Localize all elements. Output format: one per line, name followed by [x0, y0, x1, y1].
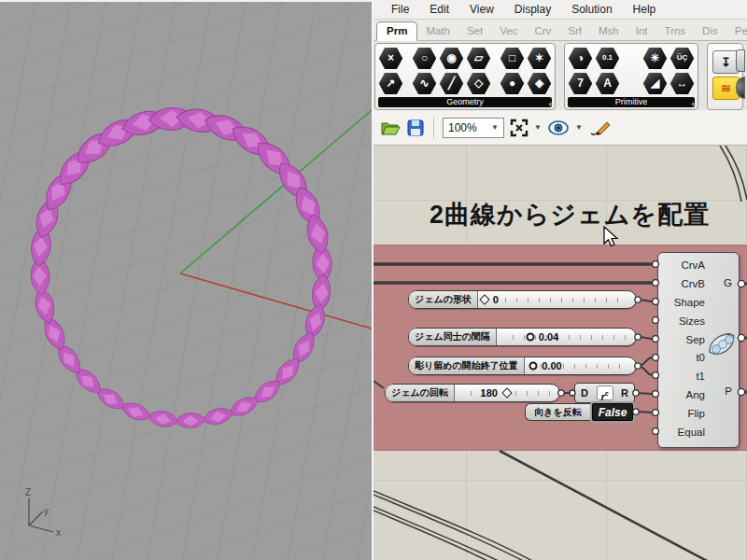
slider-start-end-position[interactable]: 彫り留めの開始終了位置 0.00 — [408, 357, 637, 375]
menu-display[interactable]: Display — [504, 1, 561, 18]
clipped-button-top[interactable] — [736, 49, 745, 72]
slider-gem-spacing-value: 0.04 — [539, 331, 558, 343]
slider-gem-spacing-track[interactable]: 0.04 — [497, 329, 636, 345]
slider-gem-shape-track[interactable]: 0 — [478, 291, 636, 308]
slider-gem-spacing[interactable]: ジェム同士の間隔 0.04 — [408, 328, 637, 346]
geometry-expand-icon[interactable]: + — [548, 100, 553, 109]
divide-line-icon[interactable]: ↔ — [669, 72, 695, 95]
gizmo-y-label: y — [44, 506, 49, 516]
axis-gizmo: Z y x — [25, 487, 61, 538]
slider-ticks — [502, 335, 628, 340]
tab-strip: Prm Math Set Vec Crv Srf Msh Int Trns Di… — [374, 20, 747, 41]
zoom-level-combo[interactable]: 100% ▼ — [443, 118, 504, 138]
screen: Z y x File Edit View Display Solution He… — [0, 0, 747, 560]
curve-icon[interactable]: ∿ — [412, 72, 437, 95]
patch-icon[interactable]: ◈ — [527, 72, 552, 95]
gem — [201, 405, 234, 427]
rhino-viewport[interactable]: Z y x — [0, 0, 372, 560]
primitive-expand-icon[interactable]: + — [691, 100, 696, 109]
input-crva[interactable]: CrvA — [658, 256, 739, 274]
radians-component[interactable]: D rc R — [574, 383, 635, 403]
gem-placement-component[interactable]: CrvA CrvB Shape Sizes Sep t0 t1 Ang Flip… — [657, 252, 740, 448]
menu-view[interactable]: View — [459, 1, 504, 18]
toolbar-separator — [433, 117, 434, 139]
burst-icon[interactable]: ☀ — [642, 47, 668, 70]
wire-bottom-left-b — [374, 507, 506, 560]
tab-peacock[interactable]: Peacock — [726, 22, 747, 40]
text-bubble-icon[interactable]: ÜÇ — [669, 47, 695, 70]
input-flip[interactable]: Flip — [658, 404, 739, 423]
wire-diagonal — [500, 451, 709, 560]
input-shape[interactable]: Shape — [658, 293, 739, 312]
menu-help[interactable]: Help — [623, 1, 667, 18]
input-t1[interactable]: t1 — [658, 367, 739, 385]
slider-gem-rotation-label: ジェムの回転 — [386, 385, 455, 401]
slider-gem-spacing-knob[interactable] — [526, 333, 534, 342]
tab-intersect[interactable]: Int — [627, 22, 656, 40]
open-file-icon[interactable] — [380, 119, 401, 137]
cancel-icon[interactable]: × — [378, 47, 403, 70]
facet-diamond-icon[interactable]: ◇ — [466, 72, 491, 95]
decimal-number-icon[interactable]: 0.1 — [595, 47, 620, 70]
box-icon[interactable]: □ — [500, 47, 525, 70]
tab-sets[interactable]: Set — [458, 22, 491, 40]
tab-curve[interactable]: Crv — [526, 22, 559, 40]
gizmo-x-label: x — [56, 527, 61, 538]
slider-gem-spacing-label: ジェム同士の間隔 — [409, 329, 497, 345]
tab-surface[interactable]: Srf — [559, 22, 590, 40]
menu-file[interactable]: File — [381, 1, 419, 18]
line-icon[interactable]: ╱ — [439, 72, 464, 95]
ellipse-icon[interactable]: ○ — [412, 47, 437, 70]
tab-transform[interactable]: Trns — [656, 22, 695, 40]
zoom-extents-icon[interactable] — [510, 119, 529, 137]
radians-input-label: D — [581, 387, 588, 399]
gradient-icon[interactable]: ◢ — [642, 72, 668, 95]
gem — [175, 413, 205, 428]
preview-menu-caret-icon[interactable]: ▼ — [575, 123, 583, 132]
radians-output-label: R — [621, 387, 628, 399]
y-axis-line — [180, 110, 372, 273]
tab-vector[interactable]: Vec — [491, 22, 526, 40]
slider-gem-rotation[interactable]: ジェムの回転 180 — [385, 384, 560, 402]
input-equal[interactable]: Equal — [658, 423, 739, 441]
plane-icon[interactable]: ▱ — [466, 47, 491, 70]
grasshopper-canvas[interactable]: 2曲線からジェムを配置 ジェムの形状 0 ジェム同士の間隔 0.04 — [374, 146, 747, 560]
slider-start-end-position-track[interactable]: 0.00 — [525, 357, 636, 374]
menu-edit[interactable]: Edit — [419, 1, 459, 18]
gizmo-z-label: Z — [25, 487, 31, 497]
group-title: 2曲線からジェムを配置 — [430, 198, 710, 231]
flip-toggle[interactable]: False — [590, 401, 635, 423]
clipped-button-bottom[interactable] — [736, 77, 745, 99]
output-g[interactable]: G — [724, 277, 732, 288]
input-sizes[interactable]: Sizes — [658, 312, 739, 330]
slider-gem-shape-value: 0 — [493, 294, 499, 305]
tab-math[interactable]: Math — [417, 22, 458, 40]
toolbar-group-misc: ↧ ≋ — [707, 43, 743, 110]
toolbar-group-primitive: ◑0.1☀ÜÇ 7A◢↔ Primitive + — [564, 43, 698, 110]
snowflake-icon[interactable]: ✶ — [527, 47, 552, 70]
slider-gem-rotation-knob[interactable] — [501, 387, 512, 398]
sphere-icon[interactable]: ● — [500, 72, 525, 95]
tab-display[interactable]: Dis — [694, 22, 726, 40]
slider-gem-shape-knob[interactable] — [479, 294, 489, 304]
output-p[interactable]: P — [725, 385, 732, 397]
tab-params[interactable]: Prm — [376, 21, 417, 41]
menu-solution[interactable]: Solution — [561, 1, 622, 18]
preview-eye-icon[interactable] — [547, 119, 570, 136]
half-circle-icon[interactable]: ◑ — [568, 47, 593, 70]
slider-gem-shape[interactable]: ジェムの形状 0 — [408, 290, 637, 309]
zoom-menu-caret-icon[interactable]: ▼ — [534, 123, 542, 132]
zoom-level-value: 100% — [448, 121, 477, 134]
geometry-group-label: Geometry — [378, 97, 552, 107]
slider-start-end-position-knob[interactable] — [529, 362, 538, 371]
radians-icon: rc — [597, 385, 613, 400]
slider-gem-rotation-track[interactable]: 180 — [455, 385, 559, 401]
tab-mesh[interactable]: Msh — [590, 22, 627, 40]
slider-start-end-position-label: 彫り留めの開始終了位置 — [409, 357, 525, 374]
spiral-icon[interactable]: ◉ — [439, 47, 464, 70]
integer-seven-icon[interactable]: 7 — [568, 72, 593, 95]
letter-a-icon[interactable]: A — [595, 72, 620, 95]
sketch-pencil-icon[interactable] — [588, 119, 613, 137]
vector-icon[interactable]: ↗ — [378, 72, 403, 95]
save-file-icon[interactable] — [406, 119, 425, 137]
